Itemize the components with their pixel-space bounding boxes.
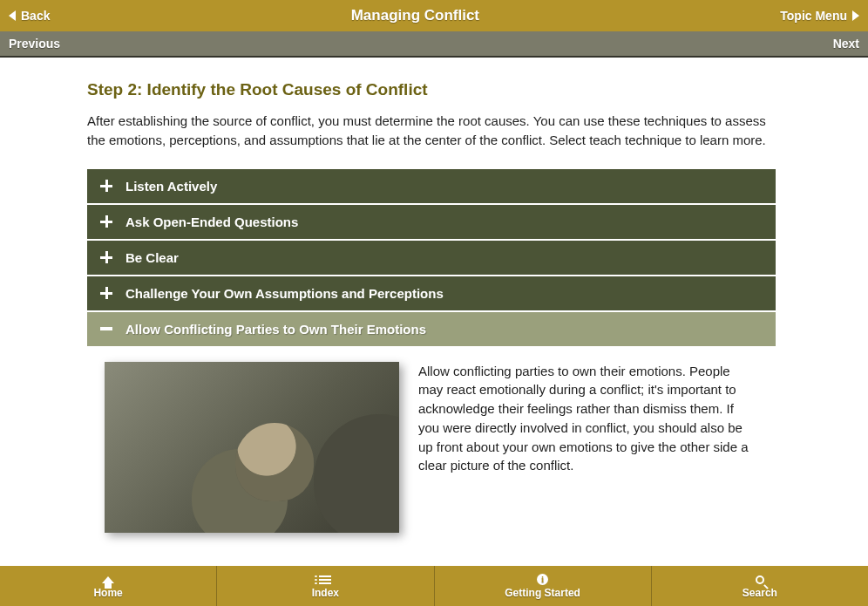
accordion-label: Challenge Your Own Assumptions and Perce…: [125, 286, 444, 301]
index-label: Index: [312, 587, 339, 599]
minus-icon: [99, 322, 113, 336]
accordion-header-own-emotions[interactable]: Allow Conflicting Parties to Own Their E…: [87, 312, 776, 346]
bottom-bar: Home Index i Getting Started Search: [0, 566, 868, 606]
intro-paragraph: After establishing the source of conflic…: [87, 112, 776, 150]
step-heading: Step 2: Identify the Root Causes of Conf…: [87, 80, 776, 99]
accordion-header-open-ended[interactable]: Ask Open-Ended Questions: [87, 205, 776, 239]
top-bar: Back Managing Conflict Topic Menu: [0, 0, 868, 31]
content-area: Step 2: Identify the Root Causes of Conf…: [0, 58, 868, 566]
accordion-item: Listen Actively: [87, 169, 776, 203]
chevron-right-icon: [852, 10, 859, 21]
accordion-header-be-clear[interactable]: Be Clear: [87, 241, 776, 275]
list-icon: [318, 574, 332, 586]
topic-menu-button[interactable]: Topic Menu: [780, 9, 859, 23]
plus-icon: [99, 214, 113, 228]
plus-icon: [99, 179, 113, 193]
index-button[interactable]: Index: [216, 566, 433, 606]
content-image: [105, 362, 399, 533]
accordion-item: Ask Open-Ended Questions: [87, 205, 776, 239]
home-label: Home: [93, 587, 122, 599]
info-icon: i: [536, 574, 550, 586]
accordion-header-challenge-assumptions[interactable]: Challenge Your Own Assumptions and Perce…: [87, 276, 776, 310]
back-label: Back: [21, 9, 50, 23]
accordion-label: Allow Conflicting Parties to Own Their E…: [125, 322, 426, 337]
plus-icon: [99, 250, 113, 264]
accordion: Listen Actively Ask Open-Ended Questions…: [87, 169, 776, 552]
accordion-label: Listen Actively: [125, 179, 217, 194]
nav-bar: Previous Next: [0, 31, 868, 58]
accordion-item: Allow Conflicting Parties to Own Their E…: [87, 312, 776, 552]
page-title: Managing Conflict: [351, 7, 479, 24]
topic-menu-label: Topic Menu: [780, 9, 847, 23]
back-button[interactable]: Back: [9, 9, 50, 23]
accordion-item: Challenge Your Own Assumptions and Perce…: [87, 276, 776, 310]
chevron-left-icon: [9, 10, 16, 21]
search-icon: [753, 574, 767, 586]
previous-link[interactable]: Previous: [9, 37, 60, 51]
plus-icon: [99, 286, 113, 300]
accordion-label: Ask Open-Ended Questions: [125, 214, 298, 229]
accordion-body: Allow conflicting parties to own their e…: [87, 346, 776, 552]
accordion-body-text: Allow conflicting parties to own their e…: [418, 362, 758, 476]
search-label: Search: [743, 587, 777, 599]
accordion-item: Be Clear: [87, 241, 776, 275]
getting-started-label: Getting Started: [505, 587, 580, 599]
next-link[interactable]: Next: [833, 37, 859, 51]
accordion-label: Be Clear: [125, 250, 179, 265]
home-button[interactable]: Home: [0, 566, 216, 606]
getting-started-button[interactable]: i Getting Started: [434, 566, 651, 606]
home-icon: [101, 574, 115, 586]
search-button[interactable]: Search: [651, 566, 868, 606]
accordion-header-listen-actively[interactable]: Listen Actively: [87, 169, 776, 203]
